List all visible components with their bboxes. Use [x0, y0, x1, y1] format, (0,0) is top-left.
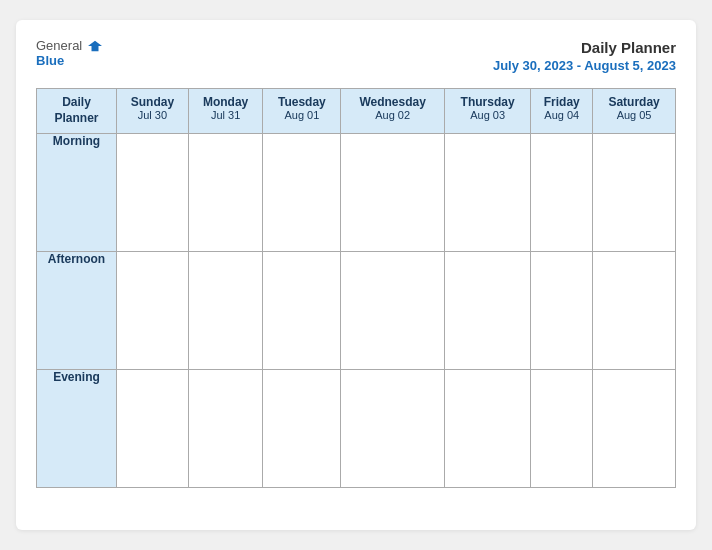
afternoon-tuesday[interactable] [263, 251, 341, 369]
evening-thursday[interactable] [444, 370, 530, 488]
col-day-thursday: Thursday [449, 95, 526, 109]
col-day-sunday: Sunday [121, 95, 184, 109]
afternoon-wednesday[interactable] [341, 251, 445, 369]
logo-general: General [36, 38, 82, 53]
afternoon-thursday[interactable] [444, 251, 530, 369]
col-day-saturday: Saturday [597, 95, 671, 109]
col-date-tuesday: Aug 01 [267, 109, 336, 121]
evening-wednesday[interactable] [341, 370, 445, 488]
evening-row: Evening [37, 370, 676, 488]
morning-label: Morning [37, 133, 117, 251]
afternoon-saturday[interactable] [593, 251, 676, 369]
morning-wednesday[interactable] [341, 133, 445, 251]
title-area: Daily Planner July 30, 2023 - August 5, … [493, 38, 676, 74]
col-date-monday: Jul 31 [193, 109, 259, 121]
col-date-saturday: Aug 05 [597, 109, 671, 121]
afternoon-monday[interactable] [188, 251, 263, 369]
col-label-daily-planner: DailyPlanner [41, 95, 112, 126]
col-header-monday: Monday Jul 31 [188, 89, 263, 133]
afternoon-label: Afternoon [37, 251, 117, 369]
logo-blue-label: Blue [36, 53, 64, 68]
evening-tuesday[interactable] [263, 370, 341, 488]
planner-dates: July 30, 2023 - August 5, 2023 [493, 58, 676, 75]
col-date-sunday: Jul 30 [121, 109, 184, 121]
col-day-tuesday: Tuesday [267, 95, 336, 109]
morning-row: Morning [37, 133, 676, 251]
calendar-header-row: DailyPlanner Sunday Jul 30 Monday Jul 31… [37, 89, 676, 133]
afternoon-sunday[interactable] [117, 251, 189, 369]
planner-title: Daily Planner [493, 38, 676, 58]
col-header-friday: Friday Aug 04 [531, 89, 593, 133]
col-header-tuesday: Tuesday Aug 01 [263, 89, 341, 133]
afternoon-friday[interactable] [531, 251, 593, 369]
col-day-monday: Monday [193, 95, 259, 109]
evening-label: Evening [37, 370, 117, 488]
morning-saturday[interactable] [593, 133, 676, 251]
planner-container: General Blue Daily Planner July 30, 2023… [16, 20, 696, 530]
logo-bird-icon [86, 39, 104, 53]
col-date-wednesday: Aug 02 [345, 109, 440, 121]
calendar-table: DailyPlanner Sunday Jul 30 Monday Jul 31… [36, 88, 676, 488]
header: General Blue Daily Planner July 30, 2023… [36, 38, 676, 74]
svg-marker-0 [88, 40, 102, 51]
col-day-friday: Friday [535, 95, 588, 109]
morning-sunday[interactable] [117, 133, 189, 251]
morning-friday[interactable] [531, 133, 593, 251]
col-header-wednesday: Wednesday Aug 02 [341, 89, 445, 133]
afternoon-row: Afternoon [37, 251, 676, 369]
logo-text: General [36, 38, 104, 53]
col-header-daily-planner: DailyPlanner [37, 89, 117, 133]
evening-monday[interactable] [188, 370, 263, 488]
col-day-wednesday: Wednesday [345, 95, 440, 109]
col-header-saturday: Saturday Aug 05 [593, 89, 676, 133]
morning-tuesday[interactable] [263, 133, 341, 251]
evening-friday[interactable] [531, 370, 593, 488]
morning-monday[interactable] [188, 133, 263, 251]
logo-area: General Blue [36, 38, 104, 68]
col-date-thursday: Aug 03 [449, 109, 526, 121]
logo-blue-text: Blue [36, 53, 64, 68]
morning-thursday[interactable] [444, 133, 530, 251]
col-header-thursday: Thursday Aug 03 [444, 89, 530, 133]
evening-saturday[interactable] [593, 370, 676, 488]
col-date-friday: Aug 04 [535, 109, 588, 121]
col-header-sunday: Sunday Jul 30 [117, 89, 189, 133]
evening-sunday[interactable] [117, 370, 189, 488]
